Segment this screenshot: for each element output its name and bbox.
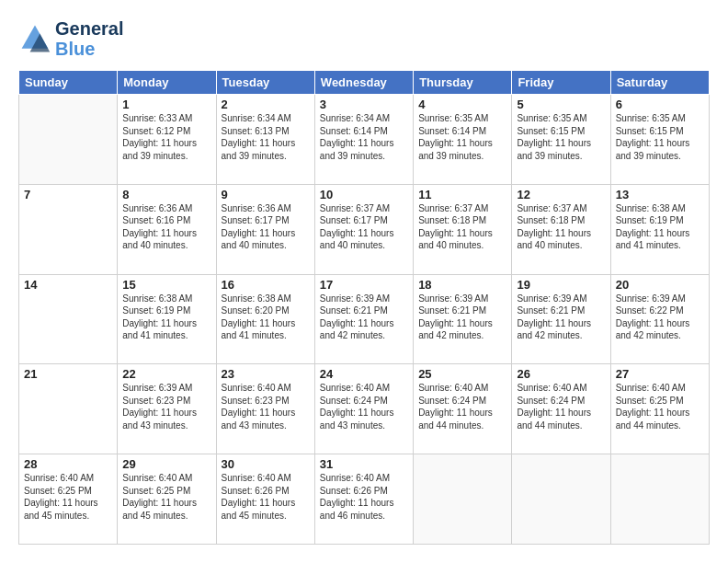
day-number: 31 [320, 457, 408, 471]
cell-info: Sunrise: 6:40 AM Sunset: 6:24 PM Dayligh… [517, 382, 605, 431]
calendar-cell: 6Sunrise: 6:35 AM Sunset: 6:15 PM Daylig… [610, 95, 709, 185]
day-number: 8 [122, 188, 210, 201]
logo: General Blue [18, 18, 123, 59]
cell-info: Sunrise: 6:34 AM Sunset: 6:14 PM Dayligh… [320, 112, 408, 162]
weekday-header-friday: Friday [512, 71, 610, 95]
day-number: 26 [517, 367, 605, 381]
calendar-week-4: 2122Sunrise: 6:39 AM Sunset: 6:23 PM Day… [19, 364, 710, 454]
day-number: 10 [320, 188, 408, 201]
cell-info: Sunrise: 6:38 AM Sunset: 6:19 PM Dayligh… [616, 202, 704, 252]
calendar-week-3: 1415Sunrise: 6:38 AM Sunset: 6:19 PM Day… [19, 274, 710, 364]
cell-info: Sunrise: 6:40 AM Sunset: 6:23 PM Dayligh… [222, 382, 310, 431]
weekday-header-monday: Monday [118, 71, 216, 95]
calendar-cell [512, 454, 610, 545]
day-number: 29 [122, 457, 210, 471]
calendar-table: SundayMondayTuesdayWednesdayThursdayFrid… [18, 70, 710, 545]
calendar-cell: 17Sunrise: 6:39 AM Sunset: 6:21 PM Dayli… [314, 274, 413, 364]
cell-info: Sunrise: 6:39 AM Sunset: 6:23 PM Dayligh… [122, 382, 210, 431]
calendar-cell: 5Sunrise: 6:35 AM Sunset: 6:15 PM Daylig… [512, 95, 610, 185]
calendar-cell: 25Sunrise: 6:40 AM Sunset: 6:24 PM Dayli… [414, 364, 512, 454]
calendar-cell: 23Sunrise: 6:40 AM Sunset: 6:23 PM Dayli… [216, 364, 314, 454]
calendar-cell: 8Sunrise: 6:36 AM Sunset: 6:16 PM Daylig… [118, 184, 216, 274]
day-number: 16 [222, 278, 310, 292]
calendar-cell [414, 454, 512, 545]
calendar-cell: 27Sunrise: 6:40 AM Sunset: 6:25 PM Dayli… [610, 364, 709, 454]
day-number: 4 [418, 98, 506, 111]
day-number: 7 [24, 188, 112, 201]
calendar-cell: 20Sunrise: 6:39 AM Sunset: 6:22 PM Dayli… [610, 274, 709, 364]
cell-info: Sunrise: 6:40 AM Sunset: 6:26 PM Dayligh… [222, 472, 310, 522]
cell-info: Sunrise: 6:39 AM Sunset: 6:21 PM Dayligh… [320, 293, 408, 342]
cell-info: Sunrise: 6:40 AM Sunset: 6:26 PM Dayligh… [320, 472, 408, 522]
weekday-header-sunday: Sunday [19, 71, 118, 95]
calendar-cell: 12Sunrise: 6:37 AM Sunset: 6:18 PM Dayli… [512, 184, 610, 274]
cell-info: Sunrise: 6:35 AM Sunset: 6:15 PM Dayligh… [517, 112, 605, 162]
calendar-cell: 19Sunrise: 6:39 AM Sunset: 6:21 PM Dayli… [512, 274, 610, 364]
calendar-cell: 14 [19, 274, 118, 364]
cell-info: Sunrise: 6:34 AM Sunset: 6:13 PM Dayligh… [222, 112, 310, 162]
calendar-cell: 15Sunrise: 6:38 AM Sunset: 6:19 PM Dayli… [118, 274, 216, 364]
weekday-header-saturday: Saturday [610, 71, 709, 95]
cell-info: Sunrise: 6:38 AM Sunset: 6:19 PM Dayligh… [122, 293, 210, 342]
logo-icon [18, 22, 51, 55]
calendar-cell: 21 [19, 364, 118, 454]
calendar-cell: 13Sunrise: 6:38 AM Sunset: 6:19 PM Dayli… [610, 184, 709, 274]
day-number: 18 [418, 278, 506, 292]
calendar-cell: 7 [19, 184, 118, 274]
calendar-cell: 4Sunrise: 6:35 AM Sunset: 6:14 PM Daylig… [414, 95, 512, 185]
weekday-header-tuesday: Tuesday [216, 71, 314, 95]
calendar-cell: 3Sunrise: 6:34 AM Sunset: 6:14 PM Daylig… [314, 95, 413, 185]
day-number: 14 [24, 278, 112, 292]
calendar-week-5: 28Sunrise: 6:40 AM Sunset: 6:25 PM Dayli… [19, 454, 710, 545]
cell-info: Sunrise: 6:38 AM Sunset: 6:20 PM Dayligh… [222, 293, 310, 342]
cell-info: Sunrise: 6:37 AM Sunset: 6:18 PM Dayligh… [517, 202, 605, 252]
calendar-cell: 10Sunrise: 6:37 AM Sunset: 6:17 PM Dayli… [314, 184, 413, 274]
day-number: 17 [320, 278, 408, 292]
cell-info: Sunrise: 6:35 AM Sunset: 6:14 PM Dayligh… [418, 112, 506, 162]
day-number: 15 [122, 278, 210, 292]
day-number: 5 [517, 98, 605, 111]
cell-info: Sunrise: 6:33 AM Sunset: 6:12 PM Dayligh… [122, 112, 210, 162]
cell-info: Sunrise: 6:35 AM Sunset: 6:15 PM Dayligh… [616, 112, 704, 162]
day-number: 28 [24, 457, 112, 471]
cell-info: Sunrise: 6:36 AM Sunset: 6:16 PM Dayligh… [122, 202, 210, 252]
day-number: 11 [418, 188, 506, 201]
day-number: 3 [320, 98, 408, 111]
cell-info: Sunrise: 6:36 AM Sunset: 6:17 PM Dayligh… [222, 202, 310, 252]
day-number: 27 [616, 367, 704, 381]
cell-info: Sunrise: 6:40 AM Sunset: 6:25 PM Dayligh… [122, 472, 210, 522]
day-number: 9 [222, 188, 310, 201]
cell-info: Sunrise: 6:40 AM Sunset: 6:24 PM Dayligh… [320, 382, 408, 431]
cell-info: Sunrise: 6:40 AM Sunset: 6:25 PM Dayligh… [616, 382, 704, 431]
day-number: 6 [616, 98, 704, 111]
calendar-week-2: 78Sunrise: 6:36 AM Sunset: 6:16 PM Dayli… [19, 184, 710, 274]
cell-info: Sunrise: 6:39 AM Sunset: 6:21 PM Dayligh… [418, 293, 506, 342]
calendar-cell: 24Sunrise: 6:40 AM Sunset: 6:24 PM Dayli… [314, 364, 413, 454]
weekday-header-wednesday: Wednesday [314, 71, 413, 95]
logo-text-general: General [55, 18, 123, 39]
day-number: 25 [418, 367, 506, 381]
day-number: 30 [222, 457, 310, 471]
cell-info: Sunrise: 6:37 AM Sunset: 6:17 PM Dayligh… [320, 202, 408, 252]
calendar-cell: 31Sunrise: 6:40 AM Sunset: 6:26 PM Dayli… [314, 454, 413, 545]
calendar-week-1: 1Sunrise: 6:33 AM Sunset: 6:12 PM Daylig… [19, 95, 710, 185]
calendar-cell: 29Sunrise: 6:40 AM Sunset: 6:25 PM Dayli… [118, 454, 216, 545]
calendar-cell: 22Sunrise: 6:39 AM Sunset: 6:23 PM Dayli… [118, 364, 216, 454]
page-header: General Blue [18, 18, 710, 59]
calendar-cell: 30Sunrise: 6:40 AM Sunset: 6:26 PM Dayli… [216, 454, 314, 545]
day-number: 19 [517, 278, 605, 292]
calendar-cell: 16Sunrise: 6:38 AM Sunset: 6:20 PM Dayli… [216, 274, 314, 364]
calendar-cell: 28Sunrise: 6:40 AM Sunset: 6:25 PM Dayli… [19, 454, 118, 545]
day-number: 20 [616, 278, 704, 292]
calendar-cell [610, 454, 709, 545]
day-number: 1 [122, 98, 210, 111]
day-number: 12 [517, 188, 605, 201]
cell-info: Sunrise: 6:40 AM Sunset: 6:24 PM Dayligh… [418, 382, 506, 431]
cell-info: Sunrise: 6:39 AM Sunset: 6:22 PM Dayligh… [616, 293, 704, 342]
day-number: 21 [24, 367, 112, 381]
cell-info: Sunrise: 6:40 AM Sunset: 6:25 PM Dayligh… [24, 472, 112, 522]
day-number: 24 [320, 367, 408, 381]
weekday-header-thursday: Thursday [414, 71, 512, 95]
day-number: 13 [616, 188, 704, 201]
calendar-header-row: SundayMondayTuesdayWednesdayThursdayFrid… [19, 71, 710, 95]
